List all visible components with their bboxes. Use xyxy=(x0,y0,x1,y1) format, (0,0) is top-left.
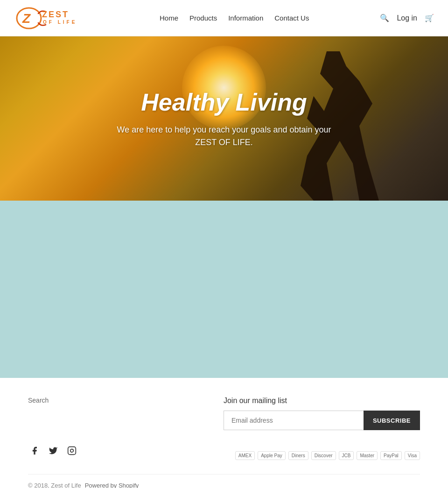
svg-rect-4 xyxy=(68,447,76,455)
main-content xyxy=(0,201,448,378)
copyright-text: © 2018, Zest of Life xyxy=(28,482,81,488)
cart-button[interactable]: 🛒 xyxy=(425,14,434,22)
jcb-icon: JCB xyxy=(339,451,354,460)
hero-subtitle-line2: ZEST OF LIFE. xyxy=(195,138,253,147)
hero-content: Healthy Living We are here to help you r… xyxy=(117,88,331,149)
footer-copyright-area: © 2018, Zest of Life Powered by Shopify xyxy=(28,482,139,488)
nav-home[interactable]: Home xyxy=(160,14,178,22)
payment-icons: AMEX Apple Pay Diners Discover JCB Maste… xyxy=(235,451,420,460)
master-icon: Master xyxy=(357,451,378,460)
site-footer: Search Join our mailing list SUBSCRIBE A… xyxy=(0,378,448,488)
hero-subtitle: We are here to help you reach your goals… xyxy=(117,124,331,149)
hero-title: Healthy Living xyxy=(117,88,331,116)
visa-icon: Visa xyxy=(405,451,420,460)
twitter-icon[interactable] xyxy=(47,444,60,457)
mailing-list-section: Join our mailing list SUBSCRIBE xyxy=(224,397,420,430)
footer-search-link[interactable]: Search xyxy=(28,397,49,404)
hero-section: Healthy Living We are here to help you r… xyxy=(0,36,448,201)
footer-bottom: © 2018, Zest of Life Powered by Shopify xyxy=(28,474,420,488)
instagram-icon[interactable] xyxy=(65,444,78,457)
hero-subtitle-line1: We are here to help you reach your goals… xyxy=(117,125,331,134)
email-input[interactable] xyxy=(224,411,364,430)
powered-by: Powered by Shopify xyxy=(85,482,139,488)
facebook-icon[interactable] xyxy=(28,444,41,457)
amex-icon: AMEX xyxy=(235,451,255,460)
nav-information[interactable]: Information xyxy=(228,14,263,22)
svg-text:OF LIFE: OF LIFE xyxy=(43,20,77,25)
svg-text:ZEST: ZEST xyxy=(42,10,69,19)
discover-icon: Discover xyxy=(311,451,336,460)
social-icons xyxy=(28,444,78,457)
footer-links: Search xyxy=(28,397,49,404)
site-header: Z ZEST OF LIFE Home Products Information… xyxy=(0,0,448,36)
svg-text:Z: Z xyxy=(22,11,31,26)
cart-icon: 🛒 xyxy=(425,14,434,22)
paypal-icon: PayPal xyxy=(380,451,402,460)
shopify-link[interactable]: Powered by Shopify xyxy=(85,482,139,488)
search-button[interactable]: 🔍 xyxy=(380,14,389,22)
logo[interactable]: Z ZEST OF LIFE xyxy=(14,5,89,31)
footer-top: Search Join our mailing list SUBSCRIBE xyxy=(28,397,420,430)
apple-pay-icon: Apple Pay xyxy=(258,451,286,460)
mailing-heading: Join our mailing list xyxy=(224,397,420,405)
search-icon: 🔍 xyxy=(380,14,389,22)
main-nav: Home Products Information Contact Us xyxy=(160,14,309,22)
diners-icon: Diners xyxy=(288,451,308,460)
header-actions: 🔍 Log in 🛒 xyxy=(380,14,434,22)
mailing-form: SUBSCRIBE xyxy=(224,411,420,430)
nav-contact[interactable]: Contact Us xyxy=(274,14,309,22)
login-label: Log in xyxy=(397,14,417,22)
login-button[interactable]: Log in xyxy=(397,14,417,22)
subscribe-button[interactable]: SUBSCRIBE xyxy=(364,411,420,430)
nav-products[interactable]: Products xyxy=(189,14,217,22)
